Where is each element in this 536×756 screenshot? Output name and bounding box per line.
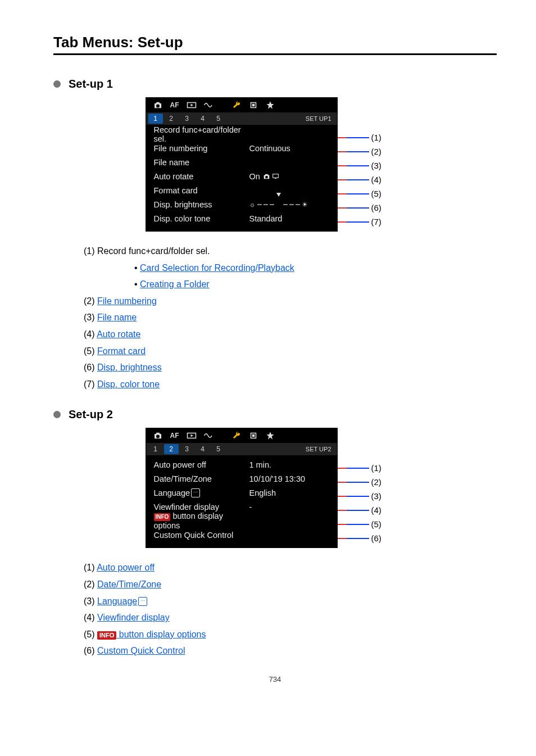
menu-label: Auto rotate xyxy=(154,172,249,181)
annotation: (3) xyxy=(338,491,381,501)
menu-label: Auto power off xyxy=(154,460,249,469)
svg-rect-6 xyxy=(275,178,276,179)
menu-value: 10/10/'19 13:30 xyxy=(249,474,329,483)
list-item: (5) INFO button display options xyxy=(84,626,497,643)
setup2-menu: Auto power off1 min.Date/Time/Zone10/10/… xyxy=(146,455,337,547)
menu-value: Continuous xyxy=(249,144,329,153)
menu-row: File numberingContinuous xyxy=(146,141,337,155)
list-item: (7) Disp. color tone xyxy=(84,376,497,393)
list-item: (6) Disp. brightness xyxy=(84,359,497,376)
wrench-icon xyxy=(228,99,245,111)
menu-row: Auto rotateOn xyxy=(146,169,337,183)
sub-tab-5: 5 xyxy=(211,444,226,454)
list-item: Creating a Folder xyxy=(134,276,497,293)
menu-row: Language⋯English xyxy=(146,486,337,500)
manual-link[interactable]: Creating a Folder xyxy=(140,279,210,289)
menu-label: Format card xyxy=(154,186,249,195)
manual-link[interactable]: Auto power off xyxy=(97,563,155,572)
annotation: (6) xyxy=(338,533,381,543)
list-item: (4) Viewfinder display xyxy=(84,609,497,626)
manual-link[interactable]: File name xyxy=(97,313,137,322)
menu-value: - xyxy=(249,503,329,511)
svg-marker-11 xyxy=(266,432,274,440)
item-number: (5) xyxy=(84,346,97,356)
sub-tab-4: 4 xyxy=(196,114,210,124)
annotation-label: (3) xyxy=(371,161,381,170)
sub-tab-1: 1 xyxy=(148,444,163,454)
item-number: (7) xyxy=(84,379,97,389)
top-tab-bar: AF xyxy=(146,428,337,443)
item-number: (6) xyxy=(84,363,97,372)
annotation-label: (1) xyxy=(371,133,381,142)
page-title: Tab Menus: Set-up xyxy=(53,34,497,51)
wave-icon xyxy=(200,99,217,111)
manual-link[interactable]: button display options xyxy=(116,630,206,639)
list-item: (1) Auto power off xyxy=(84,559,497,576)
menu-value: On xyxy=(249,172,329,181)
sub-tab-2: 2 xyxy=(164,444,179,454)
menu-value: ☼☀ xyxy=(249,200,329,209)
annotation-label: (6) xyxy=(371,533,381,543)
manual-link[interactable]: Auto rotate xyxy=(97,329,140,339)
item-number: (2) xyxy=(84,580,97,589)
playback-icon xyxy=(183,429,200,442)
bullet-icon xyxy=(53,411,61,418)
star-icon xyxy=(262,429,279,442)
item-number: (5) xyxy=(84,630,97,639)
info-badge: INFO xyxy=(154,513,171,521)
annotation: (5) xyxy=(338,519,381,529)
subtab-title: SET UP1 xyxy=(306,115,331,122)
annotation: (1) xyxy=(338,463,381,473)
title-underline xyxy=(53,53,497,55)
menu-row: Record func+card/folder sel. xyxy=(146,127,337,141)
setup2-screen: AF 1 2 3 4 5 SET UP2 Auto power off1 min… xyxy=(146,428,338,548)
setup1-menu: Record func+card/folder sel.File numberi… xyxy=(146,125,337,231)
list-item: (2) File numbering xyxy=(84,293,497,310)
menu-label: Language⋯ xyxy=(154,488,249,497)
manual-link[interactable]: Viewfinder display xyxy=(97,613,170,622)
list-item: (2) Date/Time/Zone xyxy=(84,576,497,593)
sub-tab-row: 1 2 3 4 5 SET UP2 xyxy=(146,443,337,455)
annotation-label: (5) xyxy=(371,519,381,529)
item-number: (6) xyxy=(84,646,97,655)
annotation-label: (4) xyxy=(371,505,381,515)
info-badge: INFO xyxy=(97,631,116,640)
menu-label: Date/Time/Zone xyxy=(154,474,249,483)
menu-label: INFO button display options xyxy=(154,511,249,530)
menu-label: Disp. brightness xyxy=(154,200,249,209)
item-number: (3) xyxy=(84,596,97,606)
top-tab-bar: AF xyxy=(146,98,337,112)
playback-icon xyxy=(183,99,200,111)
annotation-label: (1) xyxy=(371,463,381,473)
item-number: (4) xyxy=(84,329,97,339)
item-number: (1) xyxy=(84,563,97,572)
brightness-min-icon: ☼ xyxy=(249,201,256,209)
manual-link[interactable]: Disp. color tone xyxy=(97,379,160,389)
svg-rect-5 xyxy=(272,174,278,178)
menu-label: Custom Quick Control xyxy=(154,531,249,540)
manual-link[interactable]: Format card xyxy=(97,346,146,356)
annotation: (2) xyxy=(338,477,381,487)
manual-link[interactable]: Card Selection for Recording/Playback xyxy=(140,263,294,273)
manual-link[interactable]: Language⋯ xyxy=(97,596,147,606)
menu-value: English xyxy=(249,488,329,497)
star-icon xyxy=(262,99,279,111)
section1-heading: Set-up 1 xyxy=(69,78,113,90)
item-number: (1) xyxy=(84,246,97,256)
annotation-label: (5) xyxy=(371,189,381,198)
annotation-label: (2) xyxy=(371,477,381,487)
manual-link[interactable]: Date/Time/Zone xyxy=(97,580,161,589)
annotation-label: (6) xyxy=(371,203,381,212)
manual-link[interactable]: File numbering xyxy=(97,296,157,306)
manual-link[interactable]: Disp. brightness xyxy=(97,363,162,372)
annotation-label: (2) xyxy=(371,147,381,156)
menu-label: Record func+card/folder sel. xyxy=(154,125,249,143)
bullet-icon xyxy=(53,80,61,88)
language-glyph-icon: ⋯ xyxy=(191,488,200,497)
menu-value: Standard xyxy=(249,214,329,223)
section2-heading-row: Set-up 2 xyxy=(53,408,497,421)
manual-link[interactable]: Custom Quick Control xyxy=(97,646,185,655)
custom-icon xyxy=(245,429,262,442)
setup1-list: (1) Record func+card/folder sel.Card Sel… xyxy=(61,243,497,392)
menu-row: Disp. color toneStandard xyxy=(146,211,337,225)
